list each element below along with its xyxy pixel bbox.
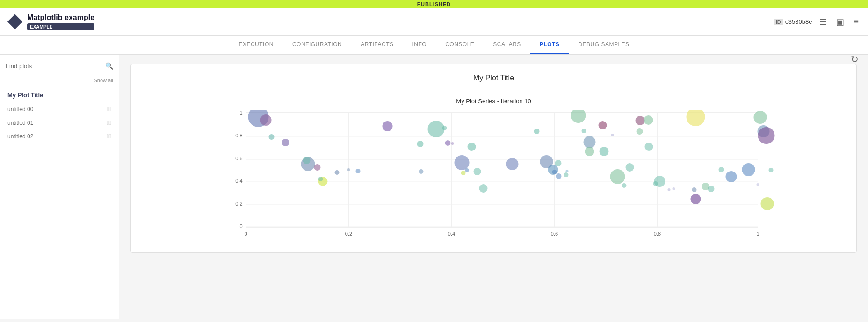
svg-text:0.4: 0.4 [448,231,455,236]
tab-plots[interactable]: PLOTS [530,36,569,54]
tab-debug-samples[interactable]: DEBUG SAMPLES [569,36,638,54]
id-value: e3530b8e [785,18,812,25]
svg-point-65 [611,134,614,136]
svg-point-36 [356,169,361,173]
svg-point-70 [637,128,643,135]
eye-slash-icon: 👁⃠ [107,106,112,113]
svg-point-75 [668,188,671,191]
tab-configuration[interactable]: CONFIGURATION [283,36,351,54]
svg-text:1: 1 [239,110,242,116]
svg-rect-0 [246,113,758,227]
svg-point-48 [465,168,469,172]
svg-point-68 [626,163,634,172]
list-item-label: untitled 01 [7,120,33,126]
svg-point-49 [479,184,488,193]
svg-point-72 [644,115,653,125]
svg-point-80 [673,187,675,190]
tab-execution[interactable]: EXECUTION [229,36,283,54]
svg-point-86 [758,127,775,144]
svg-point-89 [769,168,774,172]
svg-point-62 [585,147,594,156]
example-badge: EXAMPLE [27,23,94,30]
svg-point-47 [461,171,466,175]
svg-point-79 [708,186,715,192]
svg-text:0.8: 0.8 [235,133,242,138]
list-item[interactable]: untitled 02 👁⃠ [6,130,113,142]
description-button[interactable]: ☰ [817,15,829,29]
svg-point-26 [260,114,272,126]
svg-point-51 [534,129,540,134]
svg-text:0.8: 0.8 [654,231,661,236]
svg-point-84 [757,183,760,186]
svg-point-35 [347,168,350,171]
svg-text:1: 1 [756,231,759,236]
svg-point-64 [599,121,607,129]
svg-point-41 [445,140,451,146]
svg-point-88 [761,197,774,210]
plot-series-title: My Plot Series - Iteration 10 [140,98,847,105]
search-input[interactable] [6,63,105,70]
refresh-button[interactable]: ↻ [851,54,859,65]
svg-point-28 [282,139,289,146]
svg-point-82 [719,167,724,172]
svg-point-81 [691,194,701,204]
svg-point-87 [754,111,767,124]
logo-icon [7,14,22,29]
refresh-icon[interactable]: ↻ [851,54,859,65]
svg-text:0.6: 0.6 [235,156,242,161]
svg-point-33 [318,177,323,181]
list-item[interactable]: untitled 00 👁⃠ [6,103,113,115]
svg-point-90 [742,163,755,176]
svg-text:0: 0 [244,231,247,236]
sidebar-section-title: My Plot Title [6,89,113,101]
svg-point-58 [566,170,569,172]
tab-scalars[interactable]: SCALARS [484,36,530,54]
svg-point-39 [417,141,424,147]
tab-artifacts[interactable]: ARTIFACTS [351,36,403,54]
plot-title: My Plot Title [140,74,847,82]
svg-point-55 [552,170,557,174]
header: Matplotlib example EXAMPLE ID e3530b8e ☰… [0,8,868,36]
svg-point-50 [506,158,519,170]
content-area: My Plot Title My Plot Series - Iteration… [119,55,868,319]
svg-point-42 [451,142,454,145]
list-item-label: untitled 02 [7,133,33,140]
id-label: ID [774,19,783,25]
svg-point-60 [582,129,586,133]
header-right: ID e3530b8e ☰ ▣ ≡ [774,15,861,29]
svg-point-54 [555,160,562,166]
svg-point-44 [468,143,476,151]
svg-point-43 [442,126,447,130]
list-item[interactable]: untitled 01 👁⃠ [6,117,113,129]
menu-button[interactable]: ≡ [852,15,861,29]
svg-text:0.2: 0.2 [235,201,242,207]
app-title: Matplotlib example [27,14,94,22]
plot-divider [140,90,847,90]
svg-point-69 [636,116,645,125]
list-item-label: untitled 00 [7,106,33,113]
nav-tabs: EXECUTION CONFIGURATION ARTIFACTS INFO C… [0,36,868,55]
svg-point-71 [645,143,653,151]
scatter-chart: 1 0.8 0.6 0.4 0.2 0 0 0.2 0.4 0.6 0.8 1 [140,110,847,241]
svg-point-45 [455,155,470,170]
svg-point-34 [335,170,340,175]
svg-point-40 [428,121,445,137]
svg-text:0.4: 0.4 [235,178,242,184]
search-box[interactable]: 🔍 [6,62,113,72]
svg-point-27 [269,134,275,140]
tab-info[interactable]: INFO [403,36,436,54]
svg-point-38 [419,169,424,174]
layout-button[interactable]: ▣ [834,15,846,29]
svg-point-67 [622,183,627,188]
svg-point-83 [726,171,737,182]
eye-slash-icon: 👁⃠ [107,133,112,140]
show-all-button[interactable]: Show all [6,78,113,83]
tab-console[interactable]: CONSOLE [436,36,484,54]
svg-point-63 [600,147,609,156]
eye-slash-icon: 👁⃠ [107,119,112,126]
search-icon: 🔍 [105,62,113,70]
id-badge: ID e3530b8e [774,18,812,25]
svg-point-66 [610,169,625,184]
svg-point-37 [383,121,393,131]
svg-text:0: 0 [239,223,242,229]
